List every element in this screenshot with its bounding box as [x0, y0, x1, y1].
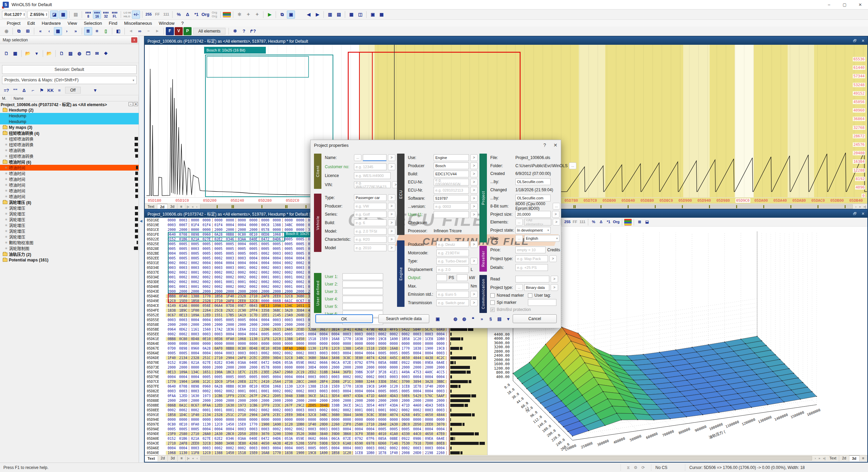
first-map-icon[interactable]: «	[36, 27, 44, 35]
hexdump-row[interactable]: 05D6AE0005000500040004000400030003000300…	[145, 351, 449, 355]
magic-tools-icon[interactable]: ✻	[235, 11, 243, 19]
menu-?[interactable]: ?	[178, 20, 187, 26]
width-16bit-icon[interactable]: 16	[93, 11, 101, 19]
percent-icon[interactable]: %	[175, 11, 183, 19]
scroll-right-icon[interactable]: »|	[822, 457, 827, 460]
damos-icon[interactable]: ◍	[75, 50, 83, 58]
view-candle-icon[interactable]: ▦	[59, 11, 67, 19]
menu-selection[interactable]: Selection	[80, 20, 105, 26]
tab3d-3d[interactable]: 3d	[849, 455, 860, 461]
input-displacement[interactable]: e.g. 2.0	[436, 266, 469, 273]
hexdump-row[interactable]: 05D67E07D0089809600A280AF00BB80C800D480E…	[145, 346, 449, 351]
overlay-view-icon[interactable]: ▩	[377, 11, 386, 19]
filter-off-button[interactable]: Off	[65, 87, 81, 94]
scroll-left-icon[interactable]: «	[191, 205, 195, 209]
menu-edit[interactable]: Edit	[24, 20, 38, 26]
expand-button[interactable]: >	[470, 171, 478, 177]
tree-map-row[interactable]: ✳颗粒物校准图	[0, 240, 139, 245]
session-button[interactable]: Session: Default	[2, 65, 137, 74]
hexdump-row[interactable]: 05D9DE23F02580271028A02A302BC02D502EE030…	[145, 431, 449, 436]
minimize-button[interactable]: –	[821, 0, 837, 9]
plugin-icon[interactable]: ❖	[102, 50, 110, 58]
tree-map-row[interactable]: ✳喷油时间	[0, 176, 139, 182]
expand-button[interactable]: >	[470, 154, 478, 161]
hexdump-row[interactable]: 05DA6E0004000400030003000200020002000300…	[145, 446, 449, 450]
hexdump-row[interactable]: 05D79E0004000400040005000500050005000500…	[145, 374, 449, 379]
hexdump-row[interactable]: 05DA3E27102AF82EE032C836B03A983E80426846…	[145, 441, 449, 446]
notes-dropdown-icon[interactable]: ▾	[504, 315, 512, 323]
tree-folder-row[interactable]: My maps (3)	[0, 124, 139, 130]
input-type[interactable]: e.g. Turbo-Diesel	[436, 258, 469, 264]
input-projecttype[interactable]: Binary data	[524, 284, 549, 291]
maximize-view-icon[interactable]: ▣	[369, 11, 377, 19]
signed-icon[interactable]: +/-	[132, 11, 140, 19]
tree-map-row[interactable]: ✳涡轮增压	[0, 205, 139, 211]
original-icon[interactable]: Org	[613, 219, 620, 225]
projects-versions-dropdown[interactable]: Projects, Versions & Maps: (Ctrl+Shift+F…	[2, 76, 137, 84]
tree-map-row[interactable]: ✳涡轮限制图	[0, 245, 139, 251]
hexdump-row[interactable]: 05D5EE0002000200030003000300040004000400…	[145, 332, 449, 336]
window-split-icon[interactable]: ▣	[287, 11, 295, 19]
close-button[interactable]: ✕	[852, 0, 868, 9]
open-project-icon[interactable]: 📂	[24, 50, 32, 58]
run-icon[interactable]: ▶	[265, 11, 274, 19]
dropdown-projectstate[interactable]: In development▾	[515, 227, 551, 234]
grid-window-icon[interactable]: ▦	[347, 11, 355, 19]
tile-vertical-icon[interactable]: ▥	[326, 11, 334, 19]
window-link-icon[interactable]: ⧉	[278, 11, 286, 19]
expand-button[interactable]: >	[388, 203, 395, 210]
sparkle2-icon[interactable]: ✦	[253, 11, 261, 19]
all-elements-label[interactable]: All elements	[193, 28, 225, 35]
input-ecunr[interactable]: e.g. 03G906016GN	[434, 179, 469, 185]
filter-flag-icon[interactable]: ⚑	[38, 86, 46, 94]
ok-button[interactable]: OK	[315, 314, 373, 323]
colors-icon[interactable]	[624, 219, 632, 225]
expand-button[interactable]: >	[470, 299, 478, 306]
expand-button[interactable]: >	[388, 163, 395, 170]
decimal-view-icon[interactable]: 255	[144, 11, 153, 19]
byteorder-icon[interactable]: LO HI HILO	[123, 11, 131, 19]
tree-map-row[interactable]: ✳喷油时间	[0, 194, 139, 199]
hexdump-row[interactable]: 05D73E2000200000000000200020002000200005…	[145, 365, 449, 370]
expand-button[interactable]: >	[551, 284, 558, 291]
input-user5[interactable]	[342, 303, 383, 310]
notes-icon[interactable]: ▤	[495, 315, 504, 323]
filter-functions-icon[interactable]: F	[166, 27, 174, 35]
window-restore-icon[interactable]: 🗗	[853, 39, 857, 43]
tab-text[interactable]: Text	[145, 455, 158, 461]
menu-find[interactable]: Find	[105, 20, 121, 26]
expand-button[interactable]: >	[470, 203, 478, 210]
input-customerno[interactable]: e.g. 12345	[354, 163, 387, 170]
filter-projects-icon[interactable]: P	[183, 27, 192, 35]
expand-button[interactable]: >	[470, 241, 478, 248]
browse-button[interactable]: ...	[515, 219, 523, 225]
percent-icon[interactable]: %	[590, 219, 597, 225]
legal-icon[interactable]: §	[487, 315, 495, 323]
binary-view-icon[interactable]: 111	[162, 11, 170, 19]
binoculars-gray-icon[interactable]: ∞	[144, 27, 153, 35]
difference-icon[interactable]: Δ	[183, 11, 192, 19]
filter-text-icon[interactable]: ""	[11, 86, 19, 94]
tree-map-row[interactable]: ✳喷油时间	[0, 165, 139, 171]
hexdump-row[interactable]: 05D76E0E13109A134C1651190A1BC31E7C213523…	[145, 370, 449, 374]
maximize-button[interactable]: ▢	[837, 0, 852, 9]
trash-icon[interactable]: ▯	[102, 27, 110, 35]
window-close-icon[interactable]: ✕	[862, 39, 865, 43]
expand-button[interactable]: >	[388, 244, 395, 251]
binary-icon[interactable]: 111	[579, 219, 586, 225]
tab3d-2d[interactable]: 2d	[839, 455, 849, 461]
window-close-icon[interactable]: ✕	[862, 212, 865, 216]
expand-button[interactable]: >	[470, 258, 478, 264]
clipboard-import-icon[interactable]: ▣	[434, 315, 442, 323]
user-tag-checkbox[interactable]	[528, 293, 532, 298]
tree-map-row[interactable]: ✳扭矩喷油转换	[0, 136, 139, 142]
tree-map-row[interactable]: ✳喷油转换	[0, 148, 139, 153]
sidepanel-icon[interactable]: ◧	[114, 27, 122, 35]
hexdump-row[interactable]: 05D85E0FAA12ED163019731CB61FF9233C267F29…	[145, 393, 449, 398]
input-producer[interactable]: e.g. VW	[354, 203, 387, 210]
expand-button[interactable]: >	[388, 194, 395, 201]
input-field[interactable]	[457, 274, 467, 281]
original-stack-icon[interactable]: Org Org	[210, 11, 218, 19]
input-user2[interactable]	[342, 281, 383, 288]
browse-button[interactable]: ...	[354, 154, 361, 161]
